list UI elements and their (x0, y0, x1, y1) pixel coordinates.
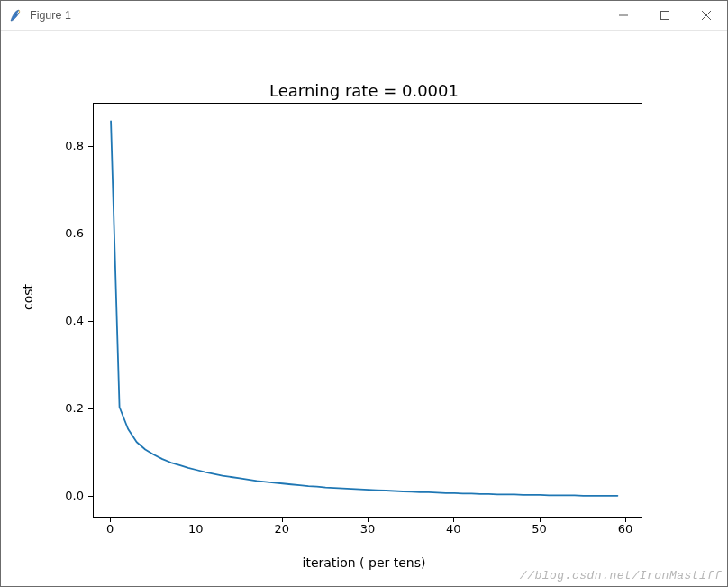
titlebar[interactable]: Figure 1 (1, 1, 727, 31)
x-tick-mark (196, 518, 196, 522)
x-tick-mark (282, 518, 283, 522)
tk-feather-icon (8, 8, 23, 23)
x-tick-label: 50 (522, 522, 558, 536)
plot-area (93, 103, 642, 518)
x-tick-mark (540, 518, 541, 522)
x-axis-label: iteration ( per tens) (303, 555, 426, 570)
figure-window: Figure 1 Learning rate = 0.0001 cost 0.0… (0, 0, 728, 587)
x-tick-label: 60 (607, 522, 643, 536)
y-tick-label: 0.8 (30, 139, 84, 152)
close-button[interactable] (686, 1, 727, 30)
minimize-button[interactable] (603, 1, 644, 30)
y-tick-label: 0.0 (30, 489, 84, 502)
x-tick-label: 10 (177, 522, 214, 536)
y-tick-mark (88, 408, 93, 409)
x-tick-mark (625, 518, 626, 522)
y-axis-label: cost (21, 284, 35, 310)
x-tick-label: 20 (264, 522, 300, 536)
y-tick-mark (88, 321, 93, 322)
y-tick-mark (88, 146, 93, 147)
y-tick-label: 0.4 (30, 314, 84, 327)
svg-rect-1 (661, 12, 669, 20)
x-tick-mark (368, 518, 369, 522)
chart-title: Learning rate = 0.0001 (269, 81, 459, 100)
line-chart-svg (94, 104, 643, 518)
y-tick-mark (88, 234, 93, 234)
y-tick-label: 0.6 (30, 226, 84, 240)
y-tick-mark (88, 496, 93, 497)
x-tick-mark (110, 518, 111, 522)
watermark-text: //blog.csdn.net/IronMastiff (520, 569, 722, 582)
x-tick-label: 0 (92, 522, 128, 536)
x-tick-label: 30 (350, 522, 386, 536)
x-tick-label: 40 (435, 522, 471, 536)
figure-canvas: Learning rate = 0.0001 cost 0.00.20.40.6… (1, 31, 727, 586)
y-tick-label: 0.2 (30, 401, 84, 415)
maximize-button[interactable] (644, 1, 686, 30)
x-tick-mark (453, 518, 454, 522)
window-title: Figure 1 (30, 9, 71, 22)
